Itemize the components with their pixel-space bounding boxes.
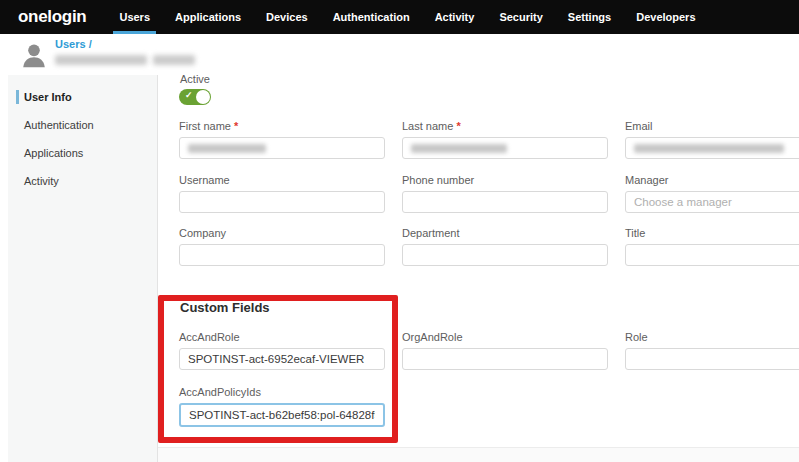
breadcrumb-username-redacted [55,55,147,65]
username-label: Username [179,174,385,186]
field-accandpolicyids: AccAndPolicyIds [179,386,385,427]
field-department: Department [402,227,608,266]
field-first-name: First name* [179,120,385,159]
organdrole-input[interactable] [402,348,608,370]
field-phone-number: Phone number [402,174,608,213]
redacted-value [188,144,266,153]
phone-number-input[interactable] [402,191,608,213]
sidebar-item-authentication[interactable]: Authentication [8,111,157,139]
active-toggle[interactable]: ✓ [179,89,211,105]
redacted-value [634,144,784,153]
top-navbar: onelogin Users Applications Devices Auth… [0,0,799,34]
nav-menu: Users Applications Devices Authenticatio… [119,0,695,34]
field-last-name: Last name* [402,120,608,159]
sidebar-item-applications[interactable]: Applications [8,139,157,167]
nav-item-developers[interactable]: Developers [636,0,695,34]
breadcrumb-username-redacted-2 [153,55,195,65]
required-marker: * [234,120,238,132]
title-input[interactable] [625,244,799,266]
field-company: Company [179,227,385,266]
required-marker: * [456,120,460,132]
email-label: Email [625,120,799,132]
role-input[interactable] [625,348,799,370]
nav-item-activity[interactable]: Activity [435,0,475,34]
toggle-knob [196,90,210,104]
onelogin-logo[interactable]: onelogin [18,7,86,27]
company-label: Company [179,227,385,239]
nav-item-security[interactable]: Security [499,0,542,34]
nav-item-settings[interactable]: Settings [568,0,611,34]
department-input[interactable] [402,244,608,266]
page: onelogin Users Applications Devices Auth… [0,0,799,462]
sidebar-item-activity[interactable]: Activity [8,167,157,195]
accandrole-label: AccAndRole [179,331,385,343]
role-label: Role [625,331,799,343]
breadcrumb-users-link[interactable]: Users / [55,38,92,50]
manager-label: Manager [625,174,799,186]
accandpolicyids-input[interactable] [179,403,385,427]
nav-item-users[interactable]: Users [119,0,150,34]
redacted-value [411,144,507,153]
first-name-input[interactable] [179,137,385,159]
field-username: Username [179,174,385,213]
company-input[interactable] [179,244,385,266]
sidebar-item-user-info[interactable]: User Info [8,83,157,111]
field-role: Role [625,331,799,370]
username-input[interactable] [179,191,385,213]
last-name-label: Last name* [402,120,608,132]
organdrole-label: OrgAndRole [402,331,608,343]
accandrole-input[interactable] [179,348,385,370]
department-label: Department [402,227,608,239]
manager-input[interactable] [625,191,799,213]
phone-number-label: Phone number [402,174,608,186]
nav-item-devices[interactable]: Devices [266,0,308,34]
last-name-input[interactable] [402,137,608,159]
nav-item-authentication[interactable]: Authentication [333,0,410,34]
first-name-label: First name* [179,120,385,132]
sidebar: User Info Authentication Applications Ac… [8,75,158,462]
field-title: Title [625,227,799,266]
field-accandrole: AccAndRole [179,331,385,370]
title-label: Title [625,227,799,239]
custom-fields-heading: Custom Fields [180,300,270,315]
nav-item-applications[interactable]: Applications [175,0,241,34]
field-manager: Manager [625,174,799,213]
user-avatar-icon [19,40,49,70]
field-email: Email [625,120,799,159]
field-organdrole: OrgAndRole [402,331,608,370]
accandpolicyids-label: AccAndPolicyIds [179,386,385,398]
check-icon: ✓ [185,90,193,100]
page-footer-strip [158,447,799,462]
email-input[interactable] [625,137,799,159]
active-toggle-label: Active [180,73,210,85]
